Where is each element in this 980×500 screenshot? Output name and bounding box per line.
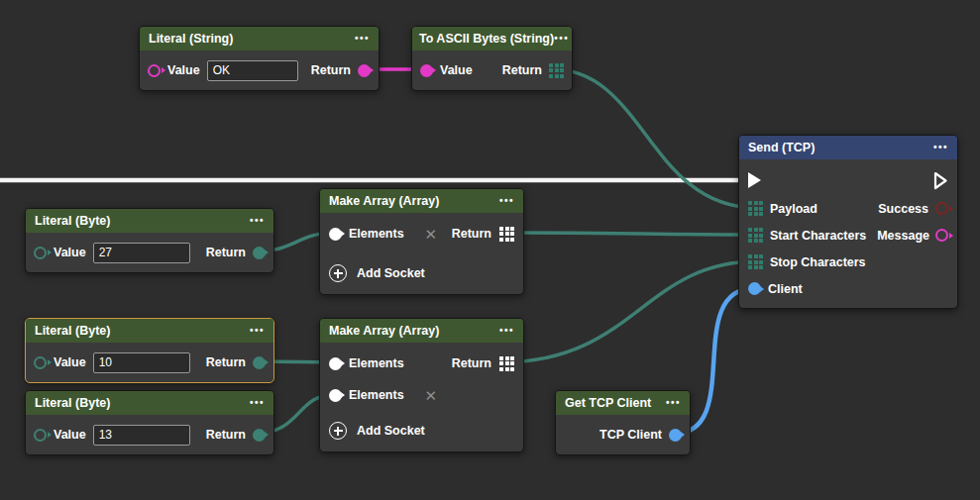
output-port-success[interactable] xyxy=(935,202,948,215)
value-input[interactable] xyxy=(93,243,190,263)
node-header[interactable]: Literal (String) ••• xyxy=(140,27,379,50)
node-literal-string[interactable]: Literal (String) ••• Value Return xyxy=(139,26,380,91)
add-socket-icon xyxy=(329,422,347,440)
output-port-message[interactable] xyxy=(935,229,948,242)
output-port-return-array-icon[interactable] xyxy=(499,356,514,371)
message-label: Message xyxy=(877,229,929,243)
input-port-payload-array-icon[interactable] xyxy=(748,201,763,216)
wire-array2-to-stopchars[interactable] xyxy=(500,261,757,362)
stop-characters-label: Stop Characters xyxy=(770,255,866,269)
input-port-elements-2[interactable] xyxy=(329,389,342,402)
input-port-elements[interactable] xyxy=(329,228,342,241)
node-make-array-2[interactable]: Make Array (Array) ••• Elements Return E… xyxy=(319,318,524,452)
node-literal-byte-10[interactable]: Literal (Byte) ••• Value Return xyxy=(25,318,274,383)
node-title: Make Array (Array) xyxy=(329,194,439,208)
node-header[interactable]: Make Array (Array) ••• xyxy=(320,319,523,343)
start-characters-label: Start Characters xyxy=(770,229,866,243)
input-port-value[interactable] xyxy=(34,247,47,259)
node-literal-byte-27[interactable]: Literal (Byte) ••• Value Return xyxy=(25,208,274,273)
node-header[interactable]: To ASCII Bytes (String) ••• xyxy=(412,27,572,50)
value-label: Value xyxy=(54,355,86,369)
payload-label: Payload xyxy=(770,202,817,216)
node-title: Literal (Byte) xyxy=(35,396,110,410)
input-port-value[interactable] xyxy=(34,429,47,442)
output-port-tcp-client[interactable] xyxy=(669,429,682,442)
return-label: Return xyxy=(452,227,491,241)
node-get-tcp-client[interactable]: Get TCP Client ••• TCP Client xyxy=(555,390,691,455)
node-menu-icon[interactable]: ••• xyxy=(250,326,265,336)
return-label: Return xyxy=(206,355,246,369)
return-label: Return xyxy=(206,428,246,442)
node-menu-icon[interactable]: ••• xyxy=(499,196,514,206)
node-send-tcp[interactable]: Send (TCP) ••• Payload Success Start C xyxy=(738,135,958,309)
output-port-return[interactable] xyxy=(253,429,266,442)
input-port-client[interactable] xyxy=(748,282,761,295)
output-port-return[interactable] xyxy=(253,356,266,369)
add-socket-icon xyxy=(329,264,347,282)
node-title: To ASCII Bytes (String) xyxy=(419,32,554,46)
client-label: Client xyxy=(768,282,803,296)
value-label: Value xyxy=(54,428,86,442)
return-label: Return xyxy=(452,356,491,370)
node-menu-icon[interactable]: ••• xyxy=(933,143,948,152)
input-port-stopchars-array-icon[interactable] xyxy=(748,254,763,269)
remove-socket-icon[interactable]: ✕ xyxy=(425,388,438,403)
node-title: Literal (Byte) xyxy=(35,214,110,228)
remove-socket-icon[interactable]: ✕ xyxy=(425,227,438,242)
output-port-return-array-icon[interactable] xyxy=(499,227,514,242)
return-label: Return xyxy=(206,246,246,259)
return-label: Return xyxy=(311,63,351,77)
node-menu-icon[interactable]: ••• xyxy=(499,326,514,336)
wire-ascii-to-payload[interactable] xyxy=(553,69,757,208)
add-socket-button[interactable]: Add Socket xyxy=(329,258,514,288)
input-port-value[interactable] xyxy=(420,64,433,77)
node-make-array-1[interactable]: Make Array (Array) ••• Elements ✕ Return… xyxy=(319,188,524,295)
exec-input-port[interactable] xyxy=(748,172,761,188)
value-input[interactable] xyxy=(93,352,190,373)
output-port-return[interactable] xyxy=(253,247,266,259)
add-socket-label: Add Socket xyxy=(357,266,425,280)
node-header[interactable]: Literal (Byte) ••• xyxy=(26,391,273,415)
input-port-value[interactable] xyxy=(34,356,47,369)
node-header[interactable]: Literal (Byte) ••• xyxy=(26,209,273,233)
node-header[interactable]: Literal (Byte) ••• xyxy=(26,319,273,343)
node-header[interactable]: Get TCP Client ••• xyxy=(556,391,690,415)
tcp-client-label: TCP Client xyxy=(599,428,662,442)
input-port-startchars-array-icon[interactable] xyxy=(748,228,763,243)
value-label: Value xyxy=(54,246,86,259)
input-port-value[interactable] xyxy=(148,64,161,77)
value-input[interactable] xyxy=(93,425,190,446)
elements-label: Elements xyxy=(349,227,404,241)
value-label: Value xyxy=(440,63,473,77)
node-title: Make Array (Array) xyxy=(329,324,439,338)
node-menu-icon[interactable]: ••• xyxy=(250,216,265,226)
node-to-ascii-bytes[interactable]: To ASCII Bytes (String) ••• Value Return xyxy=(411,26,573,91)
value-input[interactable] xyxy=(207,60,298,81)
node-menu-icon[interactable]: ••• xyxy=(250,398,265,408)
add-socket-label: Add Socket xyxy=(357,424,425,438)
value-label: Value xyxy=(167,63,200,77)
success-label: Success xyxy=(878,202,928,216)
node-title: Literal (Byte) xyxy=(35,324,110,338)
wire-array1-to-startchars[interactable] xyxy=(500,233,757,235)
output-port-return[interactable] xyxy=(358,64,371,77)
node-title: Literal (String) xyxy=(149,32,233,46)
node-title: Send (TCP) xyxy=(748,141,815,154)
return-label: Return xyxy=(502,63,542,77)
node-literal-byte-13[interactable]: Literal (Byte) ••• Value Return xyxy=(25,390,274,455)
input-port-elements-1[interactable] xyxy=(329,357,342,370)
node-menu-icon[interactable]: ••• xyxy=(554,34,569,44)
node-menu-icon[interactable]: ••• xyxy=(355,34,370,44)
node-header[interactable]: Send (TCP) ••• xyxy=(739,136,957,159)
node-header[interactable]: Make Array (Array) ••• xyxy=(320,189,523,213)
node-title: Get TCP Client xyxy=(565,396,651,410)
exec-output-port[interactable] xyxy=(933,171,948,190)
elements-label: Elements xyxy=(349,356,404,370)
output-port-return-array-icon[interactable] xyxy=(549,63,564,78)
elements-label: Elements xyxy=(349,388,404,402)
add-socket-button[interactable]: Add Socket xyxy=(329,416,514,446)
node-editor-canvas[interactable]: Literal (String) ••• Value Return To ASC… xyxy=(0,0,980,500)
node-menu-icon[interactable]: ••• xyxy=(666,398,681,408)
